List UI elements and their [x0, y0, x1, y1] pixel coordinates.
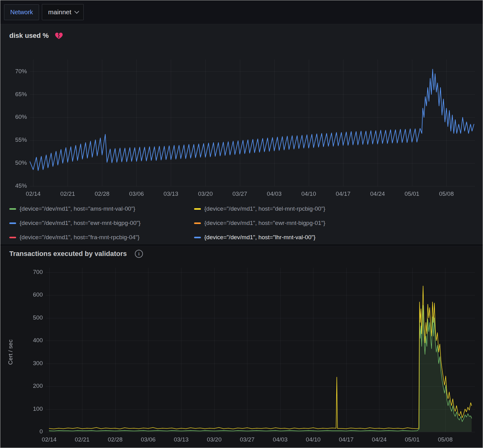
chevron-down-icon — [74, 9, 79, 14]
legend-item-label: {device="/dev/md1", host="del-mnt-rpcbig… — [204, 205, 325, 212]
legend-item[interactable]: {device="/dev/md1", host="del-mnt-rpcbig… — [194, 205, 478, 213]
legend-item-label: {device="/dev/md1", host="lhr-mnt-val-00… — [204, 234, 316, 241]
legend-item[interactable]: {device="/dev/md1", host="ewr-mnt-bigpg-… — [194, 219, 478, 227]
info-icon[interactable]: i — [135, 250, 143, 258]
disk-used-panel-header: disk used % — [5, 24, 478, 47]
panel-title[interactable]: Transactions executed by validators — [9, 250, 127, 258]
network-variable-value: mainnet — [48, 8, 71, 16]
legend-item[interactable]: {device="/dev/md1", host="ewr-mnt-bigpg-… — [9, 219, 194, 227]
y-axis-label: Cert / sec — [7, 321, 14, 383]
alert-broken-heart-icon[interactable] — [55, 32, 63, 39]
transactions-chart[interactable] — [5, 262, 478, 448]
transactions-panel: Transactions executed by validators i Ce… — [0, 246, 483, 448]
legend-color-marker — [194, 237, 201, 238]
legend-color-marker — [9, 222, 16, 224]
legend-item-label: {device="/dev/md1", host="ewr-mnt-bigpg-… — [20, 220, 140, 226]
transactions-panel-header: Transactions executed by validators i — [5, 246, 478, 262]
legend-item[interactable]: {device="/dev/md1", host="fra-mnt-rpcbig… — [9, 233, 194, 241]
network-variable-label: Network — [4, 4, 39, 20]
legend-item[interactable]: {device="/dev/md1", host="ams-mnt-val-00… — [9, 205, 194, 213]
legend-color-marker — [9, 208, 16, 210]
chart-legend: {device="/dev/md1", host="ams-mnt-val-00… — [5, 202, 478, 241]
disk-used-chart[interactable] — [5, 47, 478, 202]
legend-color-marker — [9, 237, 16, 238]
legend-item-label: {device="/dev/md1", host="ewr-mnt-bigpg-… — [204, 220, 325, 226]
legend-item[interactable]: {device="/dev/md1", host="lhr-mnt-val-00… — [194, 233, 478, 241]
legend-item-label: {device="/dev/md1", host="fra-mnt-rpcbig… — [20, 234, 140, 241]
variables-bar: Network mainnet — [0, 0, 483, 24]
panel-title[interactable]: disk used % — [9, 32, 49, 40]
legend-color-marker — [194, 208, 201, 210]
network-variable-select[interactable]: mainnet — [42, 4, 84, 20]
legend-item-label: {device="/dev/md1", host="ams-mnt-val-00… — [20, 205, 135, 212]
legend-color-marker — [194, 222, 201, 224]
disk-used-panel: disk used % {device="/dev/md1", host="am… — [0, 24, 483, 244]
